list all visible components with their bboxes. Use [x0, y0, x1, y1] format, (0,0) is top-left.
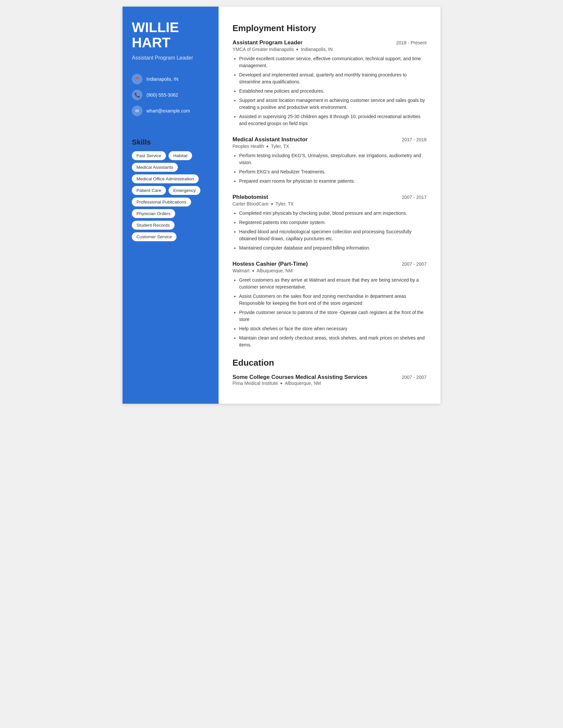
skill-tag: Patient Care — [132, 186, 166, 195]
candidate-title: Assistant Program Leader — [132, 54, 209, 62]
edu-org: Pima Medical InstituteAlbuquerque, NM — [232, 381, 427, 386]
job-title: Assistant Program Leader — [232, 39, 303, 46]
job-title: Phlebotomist — [232, 194, 268, 201]
job-bullet: Greet customers as they arrive at Walmar… — [239, 277, 427, 291]
job-org-name: YMCA of Greater Indianapolis — [232, 47, 294, 52]
job-bullet: Registered patients into computer system… — [239, 219, 427, 226]
job-dates: 2017 - 2018 — [402, 137, 427, 142]
edu-dates: 2007 - 2007 — [402, 375, 427, 380]
job-header: Hostess Cashier (Part-Time)2007 - 2007 — [232, 261, 427, 267]
job-bullet: Prepared exam rooms for physician to exa… — [239, 178, 427, 185]
job-dates: 2007 - 2017 — [402, 195, 427, 200]
education-heading: Education — [232, 358, 427, 368]
job-block: Hostess Cashier (Part-Time)2007 - 2007Wa… — [232, 261, 427, 348]
email-text: whart@example.com — [146, 108, 190, 114]
job-bullets: Provide excellent customer service, effe… — [239, 55, 427, 127]
location-icon: 📍 — [132, 74, 142, 84]
location-text: Indianapolis, IN — [146, 76, 178, 82]
resume-container: WILLIE HART Assistant Program Leader 📍 I… — [122, 7, 441, 404]
job-bullet: Maintained computer database and prepare… — [239, 245, 427, 251]
candidate-name: WILLIE HART — [132, 20, 209, 50]
contact-email: ✉ whart@example.com — [132, 106, 209, 116]
job-block: Phlebotomist2007 - 2017Carter BloodCareT… — [232, 194, 427, 251]
sidebar: WILLIE HART Assistant Program Leader 📍 I… — [122, 7, 218, 404]
main-content: Employment History Assistant Program Lea… — [218, 7, 441, 404]
job-bullet: Completed mini physicals by checking pul… — [239, 210, 427, 217]
job-bullet: Assist Customers on the sales floor and … — [239, 293, 427, 307]
jobs-container: Assistant Program Leader2018 - PresentYM… — [232, 39, 427, 348]
org-dot — [252, 270, 254, 272]
skill-tag: Medical Office Administration — [132, 174, 199, 183]
edu-org-name: Pima Medical Institute — [232, 381, 278, 386]
edu-dot — [280, 383, 282, 384]
job-block: Medical Assistant Instructor2017 - 2018P… — [232, 136, 427, 185]
org-dot — [271, 203, 273, 205]
skills-section: Skills Fast ServiceHabitatMedical Assist… — [132, 138, 209, 241]
job-header: Medical Assistant Instructor2017 - 2018 — [232, 136, 427, 143]
org-dot — [266, 146, 268, 147]
job-bullet: Assisted in supervising 25-30 children a… — [239, 113, 427, 127]
job-location: Tyler, TX — [275, 201, 294, 206]
edu-title: Some College Courses Medical Assisting S… — [232, 374, 368, 381]
job-org: WalmartAlbuquerque, NM — [232, 268, 427, 273]
job-title: Hostess Cashier (Part-Time) — [232, 261, 308, 267]
job-bullets: Perform testing including EKG'S, Urinaly… — [239, 152, 427, 185]
job-bullet: Handled blood and microbiological specim… — [239, 228, 427, 242]
job-org-name: Walmart — [232, 268, 250, 273]
job-dates: 2018 - Present — [396, 40, 427, 45]
org-dot — [297, 49, 298, 50]
skill-tag: Habitat — [168, 151, 192, 160]
job-bullet: Provide customer service to patrons of t… — [239, 309, 427, 323]
job-bullet: Established new policies and procedures. — [239, 88, 427, 95]
job-bullet: Perform testing including EKG'S, Urinaly… — [239, 152, 427, 166]
job-bullet: Developed and implemented annual, quarte… — [239, 71, 427, 85]
edu-location: Albuquerque, NM — [285, 381, 321, 386]
edu-block: Some College Courses Medical Assisting S… — [232, 374, 427, 386]
job-org-name: Peoples Health — [232, 144, 264, 149]
job-location: Indianapolis, IN — [301, 47, 333, 52]
job-dates: 2007 - 2007 — [402, 261, 427, 267]
skill-tag: Physician Orders — [132, 209, 175, 218]
job-bullet: Perform EKG's and Nebulizer Treatments. — [239, 168, 427, 175]
job-header: Phlebotomist2007 - 2017 — [232, 194, 427, 201]
job-org: Carter BloodCareTyler, TX — [232, 201, 427, 206]
job-bullets: Greet customers as they arrive at Walmar… — [239, 277, 427, 348]
job-block: Assistant Program Leader2018 - PresentYM… — [232, 39, 427, 127]
skill-tag: Fast Service — [132, 151, 166, 160]
job-bullets: Completed mini physicals by checking pul… — [239, 210, 427, 251]
phone-icon: 📞 — [132, 90, 142, 100]
skill-tag: Medical Assistants — [132, 163, 178, 172]
education-container: Some College Courses Medical Assisting S… — [232, 374, 427, 386]
edu-header: Some College Courses Medical Assisting S… — [232, 374, 427, 381]
job-org: YMCA of Greater IndianapolisIndianapolis… — [232, 47, 427, 52]
skill-tag: Emergency — [168, 186, 200, 195]
employment-heading: Employment History — [232, 23, 427, 33]
job-org: Peoples HealthTyler, TX — [232, 144, 427, 149]
contact-phone: 📞 (900) 555-3062 — [132, 90, 209, 100]
email-icon: ✉ — [132, 106, 142, 116]
job-location: Albuquerque, NM — [257, 268, 293, 273]
contact-location: 📍 Indianapolis, IN — [132, 74, 209, 84]
job-bullet: Maintain clean and orderly checkout area… — [239, 335, 427, 348]
job-title: Medical Assistant Instructor — [232, 136, 308, 143]
skill-tag: Student Records — [132, 221, 174, 230]
skill-tag: Customer Service — [132, 232, 176, 241]
job-location: Tyler, TX — [271, 144, 289, 149]
skills-heading: Skills — [132, 138, 209, 147]
job-bullet: Provide excellent customer service, effe… — [239, 55, 427, 69]
job-org-name: Carter BloodCare — [232, 201, 268, 206]
job-bullet: Help stock shelves or face the store whe… — [239, 325, 427, 332]
job-bullet: Support and assist location management i… — [239, 97, 427, 111]
phone-text: (900) 555-3062 — [146, 92, 178, 98]
job-header: Assistant Program Leader2018 - Present — [232, 39, 427, 46]
contact-list: 📍 Indianapolis, IN 📞 (900) 555-3062 ✉ wh… — [132, 74, 209, 121]
skill-tag: Professional Publications — [132, 198, 191, 206]
skills-list: Fast ServiceHabitatMedical AssistantsMed… — [132, 151, 209, 241]
